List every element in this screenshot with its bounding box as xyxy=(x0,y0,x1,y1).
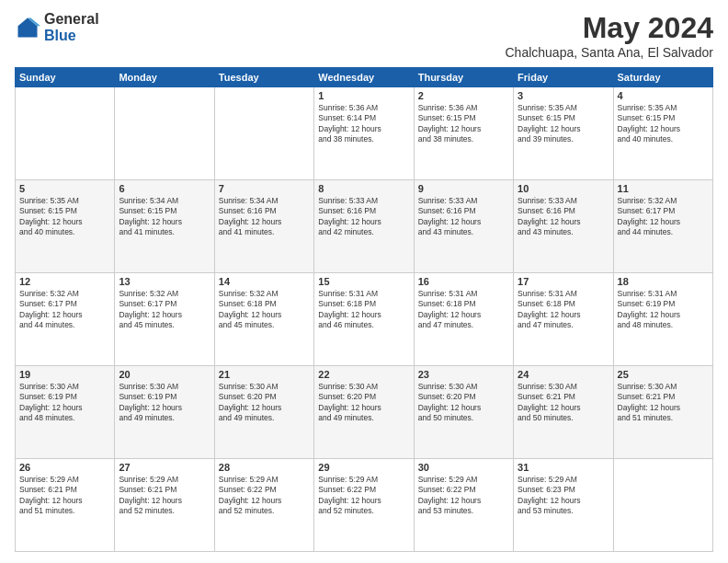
calendar-day-cell: 9Sunrise: 5:33 AM Sunset: 6:16 PM Daylig… xyxy=(414,180,513,273)
logo: General Blue xyxy=(15,11,99,43)
calendar-day-cell: 27Sunrise: 5:29 AM Sunset: 6:21 PM Dayli… xyxy=(115,459,214,552)
calendar-week-row: 1Sunrise: 5:36 AM Sunset: 6:14 PM Daylig… xyxy=(16,87,713,180)
day-number: 16 xyxy=(418,276,509,287)
day-info: Sunrise: 5:32 AM Sunset: 6:17 PM Dayligh… xyxy=(618,196,709,238)
day-info: Sunrise: 5:32 AM Sunset: 6:17 PM Dayligh… xyxy=(19,289,110,331)
day-number: 29 xyxy=(318,462,409,473)
calendar-day-cell: 2Sunrise: 5:36 AM Sunset: 6:15 PM Daylig… xyxy=(414,87,513,180)
calendar-day-cell: 14Sunrise: 5:32 AM Sunset: 6:18 PM Dayli… xyxy=(214,273,313,366)
day-number: 15 xyxy=(318,276,409,287)
calendar-day-cell: 30Sunrise: 5:29 AM Sunset: 6:22 PM Dayli… xyxy=(414,459,513,552)
day-number: 23 xyxy=(418,369,509,380)
day-number: 25 xyxy=(618,369,709,380)
day-info: Sunrise: 5:33 AM Sunset: 6:16 PM Dayligh… xyxy=(318,196,409,238)
calendar-day-cell: 4Sunrise: 5:35 AM Sunset: 6:15 PM Daylig… xyxy=(613,87,712,180)
calendar-day-cell: 10Sunrise: 5:33 AM Sunset: 6:16 PM Dayli… xyxy=(514,180,613,273)
calendar-day-cell xyxy=(16,87,115,180)
day-info: Sunrise: 5:33 AM Sunset: 6:16 PM Dayligh… xyxy=(418,196,509,238)
day-number: 6 xyxy=(119,183,210,194)
day-number: 5 xyxy=(19,183,110,194)
day-number: 24 xyxy=(518,369,609,380)
calendar-day-cell: 16Sunrise: 5:31 AM Sunset: 6:18 PM Dayli… xyxy=(414,273,513,366)
day-info: Sunrise: 5:30 AM Sunset: 6:19 PM Dayligh… xyxy=(19,382,110,424)
day-number: 11 xyxy=(618,183,709,194)
calendar-day-cell xyxy=(613,459,712,552)
calendar-day-cell: 17Sunrise: 5:31 AM Sunset: 6:18 PM Dayli… xyxy=(514,273,613,366)
calendar-day-cell: 23Sunrise: 5:30 AM Sunset: 6:20 PM Dayli… xyxy=(414,366,513,459)
calendar-day-cell: 12Sunrise: 5:32 AM Sunset: 6:17 PM Dayli… xyxy=(16,273,115,366)
calendar-day-cell: 19Sunrise: 5:30 AM Sunset: 6:19 PM Dayli… xyxy=(16,366,115,459)
day-info: Sunrise: 5:30 AM Sunset: 6:20 PM Dayligh… xyxy=(318,382,409,424)
day-number: 1 xyxy=(318,90,409,101)
day-number: 30 xyxy=(418,462,509,473)
calendar-weekday-header: Sunday xyxy=(16,68,115,87)
day-info: Sunrise: 5:33 AM Sunset: 6:16 PM Dayligh… xyxy=(518,196,609,238)
subtitle: Chalchuapa, Santa Ana, El Salvador xyxy=(506,45,714,60)
day-info: Sunrise: 5:30 AM Sunset: 6:20 PM Dayligh… xyxy=(418,382,509,424)
calendar-day-cell: 24Sunrise: 5:30 AM Sunset: 6:21 PM Dayli… xyxy=(514,366,613,459)
calendar-weekday-header: Thursday xyxy=(414,68,513,87)
main-title: May 2024 xyxy=(506,11,714,45)
calendar-day-cell: 1Sunrise: 5:36 AM Sunset: 6:14 PM Daylig… xyxy=(314,87,414,180)
day-info: Sunrise: 5:35 AM Sunset: 6:15 PM Dayligh… xyxy=(19,196,110,238)
day-number: 3 xyxy=(518,90,609,101)
day-info: Sunrise: 5:31 AM Sunset: 6:19 PM Dayligh… xyxy=(618,289,709,331)
day-number: 12 xyxy=(19,276,110,287)
calendar-week-row: 19Sunrise: 5:30 AM Sunset: 6:19 PM Dayli… xyxy=(16,366,713,459)
logo-blue-text: Blue xyxy=(44,28,99,44)
calendar-weekday-header: Friday xyxy=(514,68,613,87)
day-info: Sunrise: 5:29 AM Sunset: 6:23 PM Dayligh… xyxy=(518,475,609,517)
day-info: Sunrise: 5:29 AM Sunset: 6:22 PM Dayligh… xyxy=(318,475,409,517)
day-number: 26 xyxy=(19,462,110,473)
calendar-weekday-header: Wednesday xyxy=(314,68,414,87)
day-number: 18 xyxy=(618,276,709,287)
day-info: Sunrise: 5:30 AM Sunset: 6:19 PM Dayligh… xyxy=(119,382,210,424)
calendar-day-cell: 26Sunrise: 5:29 AM Sunset: 6:21 PM Dayli… xyxy=(16,459,115,552)
day-number: 20 xyxy=(119,369,210,380)
calendar-weekday-header: Tuesday xyxy=(214,68,313,87)
day-info: Sunrise: 5:30 AM Sunset: 6:20 PM Dayligh… xyxy=(219,382,310,424)
calendar-day-cell: 3Sunrise: 5:35 AM Sunset: 6:15 PM Daylig… xyxy=(514,87,613,180)
calendar-day-cell: 25Sunrise: 5:30 AM Sunset: 6:21 PM Dayli… xyxy=(613,366,712,459)
calendar-weekday-header: Saturday xyxy=(613,68,712,87)
calendar-day-cell xyxy=(214,87,313,180)
title-block: May 2024 Chalchuapa, Santa Ana, El Salva… xyxy=(506,11,714,60)
calendar-day-cell: 5Sunrise: 5:35 AM Sunset: 6:15 PM Daylig… xyxy=(16,180,115,273)
day-number: 10 xyxy=(518,183,609,194)
day-info: Sunrise: 5:34 AM Sunset: 6:15 PM Dayligh… xyxy=(119,196,210,238)
day-number: 17 xyxy=(518,276,609,287)
day-info: Sunrise: 5:34 AM Sunset: 6:16 PM Dayligh… xyxy=(219,196,310,238)
logo-text: General Blue xyxy=(44,11,99,43)
calendar-day-cell: 13Sunrise: 5:32 AM Sunset: 6:17 PM Dayli… xyxy=(115,273,214,366)
calendar-day-cell xyxy=(115,87,214,180)
calendar-day-cell: 31Sunrise: 5:29 AM Sunset: 6:23 PM Dayli… xyxy=(514,459,613,552)
calendar-day-cell: 20Sunrise: 5:30 AM Sunset: 6:19 PM Dayli… xyxy=(115,366,214,459)
day-number: 4 xyxy=(618,90,709,101)
day-info: Sunrise: 5:32 AM Sunset: 6:17 PM Dayligh… xyxy=(119,289,210,331)
day-info: Sunrise: 5:30 AM Sunset: 6:21 PM Dayligh… xyxy=(518,382,609,424)
calendar-day-cell: 18Sunrise: 5:31 AM Sunset: 6:19 PM Dayli… xyxy=(613,273,712,366)
day-info: Sunrise: 5:31 AM Sunset: 6:18 PM Dayligh… xyxy=(318,289,409,331)
page: General Blue May 2024 Chalchuapa, Santa … xyxy=(0,0,728,563)
calendar-day-cell: 29Sunrise: 5:29 AM Sunset: 6:22 PM Dayli… xyxy=(314,459,414,552)
day-info: Sunrise: 5:29 AM Sunset: 6:22 PM Dayligh… xyxy=(219,475,310,517)
calendar-week-row: 26Sunrise: 5:29 AM Sunset: 6:21 PM Dayli… xyxy=(16,459,713,552)
day-info: Sunrise: 5:31 AM Sunset: 6:18 PM Dayligh… xyxy=(518,289,609,331)
calendar-week-row: 12Sunrise: 5:32 AM Sunset: 6:17 PM Dayli… xyxy=(16,273,713,366)
calendar-day-cell: 21Sunrise: 5:30 AM Sunset: 6:20 PM Dayli… xyxy=(214,366,313,459)
day-number: 27 xyxy=(119,462,210,473)
day-number: 2 xyxy=(418,90,509,101)
logo-icon xyxy=(15,15,40,40)
day-number: 9 xyxy=(418,183,509,194)
calendar-day-cell: 6Sunrise: 5:34 AM Sunset: 6:15 PM Daylig… xyxy=(115,180,214,273)
day-number: 13 xyxy=(119,276,210,287)
calendar-header-row: SundayMondayTuesdayWednesdayThursdayFrid… xyxy=(16,68,713,87)
day-info: Sunrise: 5:29 AM Sunset: 6:22 PM Dayligh… xyxy=(418,475,509,517)
calendar-table: SundayMondayTuesdayWednesdayThursdayFrid… xyxy=(15,67,713,552)
calendar-weekday-header: Monday xyxy=(115,68,214,87)
day-number: 21 xyxy=(219,369,310,380)
calendar-day-cell: 28Sunrise: 5:29 AM Sunset: 6:22 PM Dayli… xyxy=(214,459,313,552)
day-number: 22 xyxy=(318,369,409,380)
calendar-day-cell: 15Sunrise: 5:31 AM Sunset: 6:18 PM Dayli… xyxy=(314,273,414,366)
day-info: Sunrise: 5:32 AM Sunset: 6:18 PM Dayligh… xyxy=(219,289,310,331)
